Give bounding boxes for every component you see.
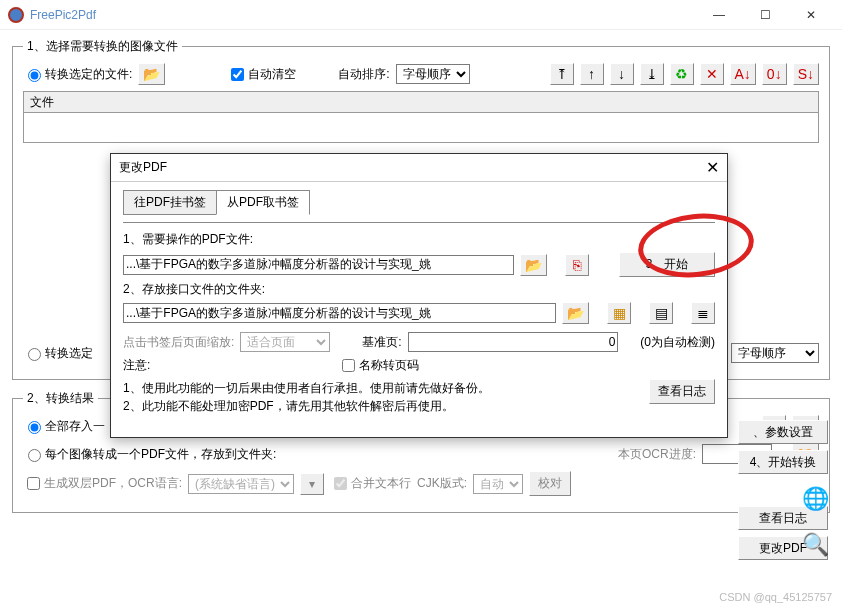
output-folder-input[interactable] [123,303,556,323]
radio-selected-files[interactable]: 转换选定的文件: [23,66,132,83]
auto-sort-label: 自动排序: [338,66,389,83]
cjk-label: CJK版式: [417,475,467,492]
change-pdf-dialog: 更改PDF ✕ 往PDF挂书签 从PDF取书签 1、需要操作的PDF文件: 📂 … [110,153,728,438]
dialog-view-log-button[interactable]: 查看日志 [649,379,715,404]
app-icon [8,7,24,23]
basepage-hint: (0为自动检测) [640,334,715,351]
basepage-label: 基准页: [362,334,401,351]
merge-text-checkbox: 合并文本行 [330,474,411,493]
ocr-progress-label: 本页OCR进度: [618,446,696,463]
params-button[interactable]: 、参数设置 [738,420,828,444]
watermark: CSDN @qq_45125757 [719,591,832,603]
zoom-label: 点击书签后页面缩放: [123,334,234,351]
gen-double-pdf-checkbox[interactable]: 生成双层PDF，OCR语言: [23,474,182,493]
tab-extract-bookmark[interactable]: 从PDF取书签 [216,190,310,215]
aux2-button[interactable]: ▤ [649,302,673,324]
magnify-icon[interactable]: 🔍 [796,526,834,564]
sort2-select[interactable]: 字母顺序 [731,343,819,363]
browse-pdf-button[interactable]: 📂 [520,254,547,276]
recode-checkbox[interactable]: 名称转页码 [338,356,419,375]
section1-legend: 1、选择需要转换的图像文件 [23,38,182,55]
notice-line1: 1、使用此功能的一切后果由使用者自行承担。使用前请先做好备份。 [123,379,643,397]
start-convert-button[interactable]: 4、开始转换 [738,450,828,474]
file-list-header[interactable]: 文件 [23,91,819,113]
delete-button[interactable]: ✕ [700,63,724,85]
radio-save-one[interactable]: 全部存入一 [23,418,105,435]
zoom-select: 适合页面 [240,332,330,352]
view-pdf-button[interactable]: ⎘ [565,254,589,276]
move-top-button[interactable]: ⤒ [550,63,574,85]
dialog-start-button[interactable]: 3、开始 [619,252,715,277]
auto-clear-checkbox[interactable]: 自动清空 [227,65,296,84]
close-button[interactable]: ✕ [788,0,834,30]
auto-sort-select[interactable]: 字母顺序 [396,64,470,84]
tab-attach-bookmark[interactable]: 往PDF挂书签 [123,190,217,215]
move-bottom-button[interactable]: ⤓ [640,63,664,85]
move-down-button[interactable]: ↓ [610,63,634,85]
cjk-select: 自动 [473,474,523,494]
basepage-input[interactable] [408,332,619,352]
sort-s-button[interactable]: S↓ [793,63,819,85]
maximize-button[interactable]: ☐ [742,0,788,30]
refresh-button[interactable]: ♻ [670,63,694,85]
move-up-button[interactable]: ↑ [580,63,604,85]
minimize-button[interactable]: — [696,0,742,30]
browse-folder-button[interactable]: 📂 [562,302,589,324]
pdf-file-input[interactable] [123,255,514,275]
section2-legend: 2、转换结果 [23,390,98,407]
sort-az-button[interactable]: A↓ [730,63,756,85]
ocr-lang-select: (系统缺省语言) [188,474,294,494]
proof-button: 校对 [529,471,571,496]
radio-selected-folder[interactable]: 转换选定 [23,345,93,362]
window-title: FreePic2Pdf [30,8,696,22]
file-list[interactable] [23,113,819,143]
notice-label: 注意: [123,357,150,374]
globe-icon[interactable]: 🌐 [796,480,834,518]
sort-num-button[interactable]: 0↓ [762,63,787,85]
notice-line2: 2、此功能不能处理加密PDF，请先用其他软件解密后再使用。 [123,397,643,415]
label-pdf-file: 1、需要操作的PDF文件: [123,231,715,248]
dialog-title: 更改PDF [119,159,706,176]
window-titlebar: FreePic2Pdf — ☐ ✕ [0,0,842,30]
dialog-close-button[interactable]: ✕ [706,158,719,177]
lang-more-button: ▾ [300,473,324,495]
radio-per-image[interactable]: 每个图像转成一个PDF文件，存放到文件夹: [23,446,276,463]
aux3-button[interactable]: ≣ [691,302,715,324]
aux1-button[interactable]: ▦ [607,302,631,324]
label-output-folder: 2、存放接口文件的文件夹: [123,281,715,298]
open-files-button[interactable]: 📂 [138,63,165,85]
